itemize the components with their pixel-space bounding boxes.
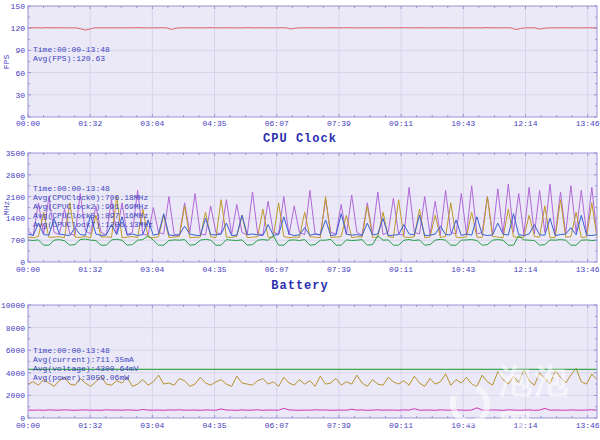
svg-text:13:46: 13:46 xyxy=(576,421,600,430)
svg-text:8000: 8000 xyxy=(6,324,25,333)
svg-text:2000: 2000 xyxy=(6,391,25,400)
svg-text:12:14: 12:14 xyxy=(513,119,537,128)
svg-text:6000: 6000 xyxy=(6,346,25,355)
svg-text:90: 90 xyxy=(15,46,25,55)
annotation-line: Avg(current):711.35mA xyxy=(33,355,134,364)
svg-text:06:07: 06:07 xyxy=(265,119,289,128)
svg-text:01:32: 01:32 xyxy=(78,119,102,128)
y-axis-label: FPS xyxy=(2,55,11,70)
svg-text:07:39: 07:39 xyxy=(327,421,351,430)
Battery-plot: 00:0001:3203:0404:3506:0707:3909:1110:43… xyxy=(0,297,600,440)
svg-text:03:04: 03:04 xyxy=(140,265,164,274)
svg-text:04:35: 04:35 xyxy=(203,421,227,430)
svg-text:2800: 2800 xyxy=(6,171,25,180)
svg-text:2100: 2100 xyxy=(6,193,25,202)
svg-text:13:46: 13:46 xyxy=(576,119,600,128)
svg-text:09:11: 09:11 xyxy=(389,421,413,430)
annotation-line: Avg(CPUClock7):1206.13MHz xyxy=(33,220,153,229)
annotation-line: Avg(CPUClock2):991.69MHz xyxy=(33,202,148,211)
svg-text:4000: 4000 xyxy=(6,369,25,378)
FPS-plot: 00:0001:3203:0404:3506:0707:3909:1110:43… xyxy=(0,0,600,130)
svg-text:09:11: 09:11 xyxy=(389,119,413,128)
svg-text:60: 60 xyxy=(15,69,25,78)
svg-text:06:07: 06:07 xyxy=(265,421,289,430)
svg-text:10:43: 10:43 xyxy=(451,265,475,274)
CPU Clock-plot: 00:0001:3203:0404:3506:0707:3909:1110:43… xyxy=(0,150,600,278)
svg-text:12:14: 12:14 xyxy=(513,421,537,430)
svg-text:03:04: 03:04 xyxy=(140,119,164,128)
svg-text:10:43: 10:43 xyxy=(451,421,475,430)
svg-text:0: 0 xyxy=(20,113,25,122)
svg-text:10000: 10000 xyxy=(1,301,25,310)
svg-text:03:04: 03:04 xyxy=(140,421,164,430)
battery-chart: 00:0001:3203:0404:3506:0707:3909:1110:43… xyxy=(0,297,600,440)
annotation-line: Time:00:00-13:48 xyxy=(33,346,110,355)
cpu-clock-chart: 00:0001:3203:0404:3506:0707:3909:1110:43… xyxy=(0,150,600,278)
cpu-clock-chart-title: CPU Clock xyxy=(0,132,600,146)
svg-text:04:35: 04:35 xyxy=(203,119,227,128)
battery-chart-title: Battery xyxy=(0,279,600,293)
svg-text:30: 30 xyxy=(15,91,25,100)
svg-text:07:39: 07:39 xyxy=(327,265,351,274)
annotation-line: Avg(voltage):4300.64mV xyxy=(33,364,139,373)
svg-text:0: 0 xyxy=(20,414,25,423)
annotation-line: Avg(CPUClock5):897.16MHz xyxy=(33,211,148,220)
annotation-line: Time:00:00-13:48 xyxy=(33,184,110,193)
y-axis-label: MHz xyxy=(2,201,11,216)
svg-text:01:32: 01:32 xyxy=(78,421,102,430)
svg-text:0: 0 xyxy=(20,258,25,267)
svg-text:04:35: 04:35 xyxy=(203,265,227,274)
svg-text:06:07: 06:07 xyxy=(265,265,289,274)
annotation-line: Avg(power):3059.06mW xyxy=(33,373,129,382)
svg-text:700: 700 xyxy=(11,236,26,245)
svg-text:09:11: 09:11 xyxy=(389,265,413,274)
svg-text:13:46: 13:46 xyxy=(576,265,600,274)
fps-chart: 00:0001:3203:0404:3506:0707:3909:1110:43… xyxy=(0,0,600,130)
svg-text:3500: 3500 xyxy=(6,150,25,158)
annotation-line: Time:00:00-13:48 xyxy=(33,45,110,54)
svg-text:12:14: 12:14 xyxy=(513,265,537,274)
svg-text:01:32: 01:32 xyxy=(78,265,102,274)
annotation-line: Avg(FPS):120.63 xyxy=(33,54,105,63)
svg-text:10:43: 10:43 xyxy=(451,119,475,128)
svg-text:07:39: 07:39 xyxy=(327,119,351,128)
svg-text:150: 150 xyxy=(11,2,26,11)
annotation-line: Avg(CPUClock0):706.18MHz xyxy=(33,193,148,202)
svg-text:120: 120 xyxy=(11,24,26,33)
